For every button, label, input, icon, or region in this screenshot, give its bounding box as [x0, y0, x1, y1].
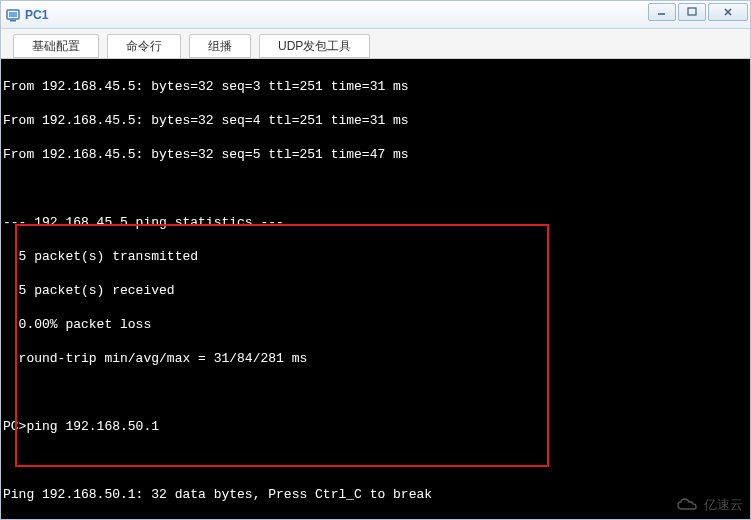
- terminal-line: From 192.168.45.5: bytes=32 seq=3 ttl=25…: [3, 78, 748, 95]
- terminal-line: 5 packet(s) received: [3, 282, 748, 299]
- title-bar: PC1: [1, 1, 750, 29]
- cloud-icon: [676, 497, 700, 513]
- tab-multicast[interactable]: 组播: [189, 34, 251, 58]
- terminal-line: --- 192.168.45.5 ping statistics ---: [3, 214, 748, 231]
- tab-udp-tool[interactable]: UDP发包工具: [259, 34, 370, 58]
- maximize-button[interactable]: [678, 3, 706, 21]
- terminal-line: [3, 452, 748, 469]
- terminal-line: From 192.168.45.5: bytes=32 seq=4 ttl=25…: [3, 112, 748, 129]
- tab-basic-config[interactable]: 基础配置: [13, 34, 99, 58]
- close-button[interactable]: [708, 3, 748, 21]
- terminal-line: [3, 180, 748, 197]
- tab-bar: 基础配置 命令行 组播 UDP发包工具: [1, 29, 750, 59]
- svg-rect-4: [688, 8, 696, 15]
- watermark-text: 亿速云: [704, 496, 743, 514]
- terminal-prompt-line: PC>ping 192.168.50.1: [3, 418, 748, 435]
- svg-rect-1: [9, 12, 17, 17]
- minimize-button[interactable]: [648, 3, 676, 21]
- app-icon: [5, 7, 21, 23]
- svg-rect-2: [10, 20, 16, 22]
- window-controls: [648, 3, 748, 21]
- app-window: PC1 基础配置 命令行 组播 UDP发包工具 From 192.168.45.…: [0, 0, 751, 520]
- tab-command-line[interactable]: 命令行: [107, 34, 181, 58]
- window-title: PC1: [25, 8, 48, 22]
- terminal-output[interactable]: From 192.168.45.5: bytes=32 seq=3 ttl=25…: [1, 59, 750, 519]
- terminal-line: [3, 384, 748, 401]
- watermark: 亿速云: [676, 496, 743, 514]
- terminal-line: From 192.168.45.5: bytes=32 seq=5 ttl=25…: [3, 146, 748, 163]
- terminal-line: 5 packet(s) transmitted: [3, 248, 748, 265]
- terminal-line: round-trip min/avg/max = 31/84/281 ms: [3, 350, 748, 367]
- terminal-line: 0.00% packet loss: [3, 316, 748, 333]
- terminal-line: Ping 192.168.50.1: 32 data bytes, Press …: [3, 486, 748, 503]
